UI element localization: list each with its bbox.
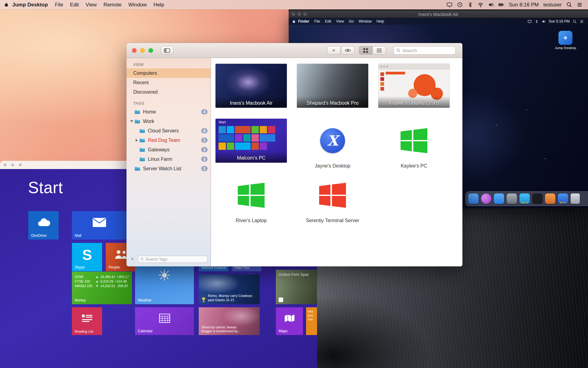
time-machine-icon[interactable] (457, 2, 463, 8)
menubar-user[interactable]: testuser (543, 2, 562, 8)
dock-icon-settings[interactable] (507, 193, 517, 204)
notification-center-icon[interactable] (577, 2, 583, 8)
dock-icon-beta-app[interactable]: BETA (519, 193, 530, 204)
dock-icon-finder[interactable] (468, 193, 479, 204)
tile-sports-news[interactable]: Romo, Murray carry Cowboys past Giants 3… (199, 274, 260, 304)
tile-skype[interactable]: S Skype (72, 243, 102, 271)
remote-menu-window[interactable]: Window (356, 19, 374, 23)
toggle-sidebar-button[interactable] (161, 46, 173, 55)
menu-edit[interactable]: Edit (67, 0, 82, 9)
search-icon[interactable] (573, 20, 577, 23)
disclosure-closed-icon[interactable] (136, 139, 138, 142)
computer-item-serenity[interactable]: Serentiy Terminal Server (297, 173, 368, 223)
list-view-button[interactable] (372, 46, 386, 54)
sidebar-item-computers[interactable]: Computers (127, 68, 211, 78)
remote-menu-help[interactable]: Help (374, 19, 387, 23)
dock-icon-trash[interactable] (571, 193, 580, 204)
computer-item-shepard[interactable]: Shepard's Macbook Pro (297, 64, 368, 108)
tag-red-dog-team[interactable]: Red Dog Team 1 (127, 135, 211, 145)
sidebar-item-discovered[interactable]: Discovered (127, 87, 211, 97)
sidebar-view-header: VIEW (133, 62, 211, 67)
remote-menu-go[interactable]: Go (347, 19, 356, 23)
menu-help[interactable]: Help (150, 0, 167, 9)
tag-cloud-servers[interactable]: Cloud Servers 8 (127, 126, 211, 135)
computer-item-jayne[interactable]: X Jayne's Desktop (297, 119, 368, 169)
volume-icon[interactable] (488, 2, 494, 8)
dock-icon-itunes[interactable] (481, 193, 491, 204)
computer-item-malcom[interactable]: Start Malcom's PC (216, 119, 287, 163)
computer-item-river[interactable]: River's Laptop (216, 173, 287, 223)
grid-view-button[interactable] (359, 46, 372, 54)
window-button[interactable] (11, 164, 14, 166)
apple-icon[interactable] (292, 20, 296, 23)
menu-remote[interactable]: Remote (100, 0, 125, 9)
tag-gateways[interactable]: Gateways 2 (127, 145, 211, 154)
remote-clock[interactable]: Sun 5:16 PM (549, 19, 570, 23)
skype-icon: S (82, 247, 92, 263)
computer-item-kaylee-pc[interactable]: Kaylee's PC (378, 119, 450, 169)
tile-calendar[interactable]: Calendar (135, 307, 194, 335)
search-input[interactable] (402, 48, 453, 53)
remote-menu-edit[interactable]: Edit (323, 19, 334, 23)
apple-menu-icon[interactable] (4, 2, 9, 8)
tag-server-watch-list[interactable]: Server Watch List 2 (127, 164, 211, 173)
window-button[interactable] (19, 164, 22, 166)
remote-menu-file[interactable]: File (312, 19, 323, 23)
wifi-icon[interactable] (478, 2, 483, 8)
tile-news-photo[interactable]: Struck by cancer, beauty blogger is tran… (199, 307, 260, 335)
view-options-button[interactable] (341, 46, 355, 55)
remote-menu-finder[interactable]: Finder (296, 19, 312, 23)
disclosure-open-icon[interactable] (130, 120, 133, 122)
dock-icon-beta-app2[interactable]: BETA (558, 193, 568, 204)
remote-menu-view[interactable]: View (334, 19, 347, 23)
tile-food-drink[interactable]: Grilled Pork Spar (276, 270, 317, 304)
close-button[interactable] (132, 48, 137, 53)
tile-reading-list[interactable]: Reading List (72, 307, 102, 335)
remote-window-titlebar[interactable]: Inara's Macbook Air (289, 10, 588, 18)
tile-maps[interactable]: Maps (276, 307, 303, 335)
tag-linux-farm[interactable]: Linux Farm 2 (127, 154, 211, 164)
folder-icon (139, 138, 145, 143)
sidebar-icon (164, 48, 170, 53)
tile-mail[interactable]: Mail (72, 211, 127, 240)
tile-onedrive[interactable]: OneDrive (28, 211, 59, 240)
bluetooth-icon[interactable] (535, 20, 539, 23)
bluetooth-icon[interactable] (467, 2, 473, 8)
menu-file[interactable]: File (52, 0, 66, 9)
tag-work[interactable]: Work (127, 117, 211, 126)
tag-search-field[interactable] (138, 256, 208, 263)
display-mirroring-icon[interactable] (447, 2, 452, 8)
zoom-button[interactable] (148, 48, 153, 53)
computer-thumbnail: Start Malcom's PC (216, 119, 287, 163)
menu-window[interactable]: Window (125, 0, 150, 9)
window-controls[interactable] (292, 13, 307, 16)
tile-money[interactable]: DOW▲16,380.41+263.17 FTSE 100▲6,310.29+1… (72, 272, 132, 304)
menu-view[interactable]: View (82, 0, 100, 9)
remote-desktop-icon-jump[interactable]: Jump Desktop (554, 31, 577, 50)
computers-search-field[interactable] (394, 46, 456, 55)
menubar-clock[interactable]: Sun 8:16 PM (509, 2, 539, 8)
dock-icon-terminal[interactable] (532, 193, 543, 204)
sidebar-item-recent[interactable]: Recent (127, 78, 211, 87)
tile-clipped[interactable]: Wha Doct Thei (306, 307, 317, 335)
jump-titlebar[interactable]: + (127, 43, 462, 58)
computer-item-kaylee-ubuntu[interactable]: Kaylee's Ubuntu (SSH) (378, 64, 450, 108)
menu-list-icon[interactable] (580, 20, 584, 23)
windows-logo-icon (319, 183, 346, 208)
display-icon[interactable] (528, 20, 532, 23)
spotlight-search-icon[interactable] (566, 2, 572, 8)
tag-search-input[interactable] (145, 257, 205, 262)
computer-item-inara[interactable]: Inara's Macbook Air (216, 64, 287, 108)
battery-charging-icon[interactable] (498, 2, 504, 8)
search-icon (140, 257, 144, 261)
minimize-button[interactable] (140, 48, 145, 53)
dock-icon-app[interactable] (545, 193, 555, 204)
app-menu-jump-desktop[interactable]: Jump Desktop (9, 0, 52, 9)
window-button[interactable] (4, 164, 6, 166)
add-tag-button[interactable]: + (130, 256, 135, 262)
volume-icon[interactable] (542, 20, 546, 23)
people-icon (114, 250, 128, 259)
tag-home[interactable]: Home 4 (127, 107, 211, 117)
dock-icon-app-store[interactable] (494, 193, 504, 204)
add-computer-button[interactable]: + (327, 46, 340, 55)
